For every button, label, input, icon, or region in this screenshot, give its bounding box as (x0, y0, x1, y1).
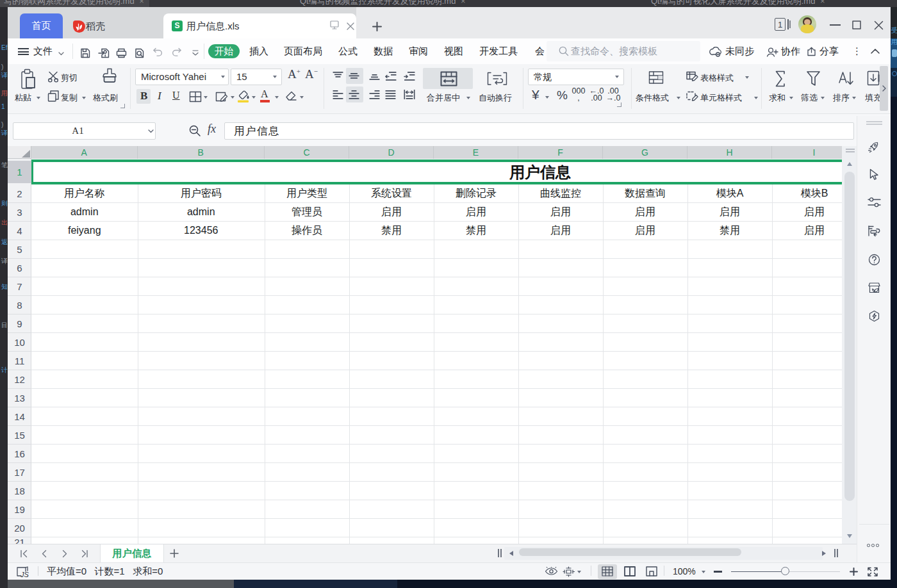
svg-text:JS: JS (20, 571, 29, 578)
